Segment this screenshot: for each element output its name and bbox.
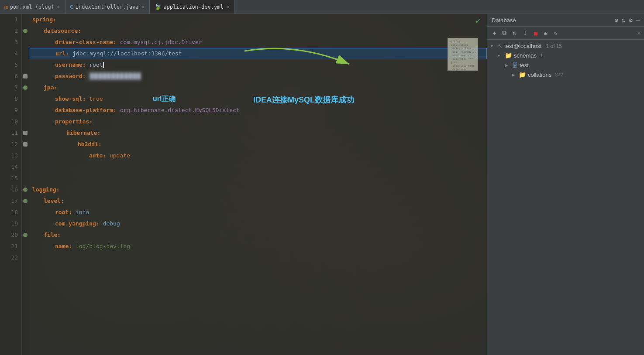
code-line-5: username: root bbox=[29, 59, 487, 71]
db-toolbar-refresh[interactable]: ↻ bbox=[511, 29, 518, 38]
code-line-10: properties: bbox=[29, 116, 487, 127]
db-toolbar-more[interactable]: » bbox=[637, 30, 641, 36]
code-line-8: show-sql: true bbox=[29, 93, 487, 105]
db-toolbar-export[interactable]: ⤓ bbox=[521, 29, 530, 38]
text-cursor bbox=[103, 62, 104, 68]
code-line-1: spring: bbox=[29, 14, 487, 25]
collations-count: 272 bbox=[555, 72, 563, 77]
controller-icon: C bbox=[70, 3, 73, 10]
db-panel-title: Database bbox=[492, 17, 516, 24]
db-tree-item-localhost[interactable]: ▾ ↖ test@localhost 1 of 15 bbox=[487, 41, 644, 51]
code-line-11: hibernate: bbox=[29, 127, 487, 139]
db-toolbar: + ⧉ ↻ ⤓ ■ ⊞ ✎ » bbox=[487, 27, 644, 40]
db-header: Database ⊕ ⇅ ⚙ — bbox=[487, 14, 644, 27]
tab-pom-close[interactable]: ✕ bbox=[56, 4, 61, 10]
tab-controller-close[interactable]: ✕ bbox=[141, 4, 145, 10]
code-line-22 bbox=[29, 252, 487, 263]
line-gutter bbox=[22, 14, 29, 355]
db-tree-item-schemas[interactable]: ▾ 📁 schemas 1 bbox=[487, 51, 644, 60]
db-toolbar-stop[interactable]: ■ bbox=[532, 29, 539, 38]
tab-pom-label: pom.xml (blog) bbox=[10, 4, 54, 10]
code-line-16: logging: bbox=[29, 184, 487, 195]
tab-controller-label: IndexController.java bbox=[76, 4, 139, 10]
code-line-20: file: bbox=[29, 229, 487, 241]
db-toolbar-add[interactable]: + bbox=[491, 29, 498, 38]
db-of-count: 1 of 15 bbox=[546, 43, 562, 49]
tab-bar: m pom.xml (blog) ✕ C IndexController.jav… bbox=[0, 0, 644, 14]
db-tree-item-test[interactable]: ▶ 🗄 test bbox=[487, 60, 644, 70]
db-toolbar-copy[interactable]: ⧉ bbox=[500, 28, 508, 38]
code-line-18: root: info bbox=[29, 207, 487, 218]
db-toolbar-edit[interactable]: ✎ bbox=[552, 29, 559, 38]
tree-arrow-collations: ▶ bbox=[512, 72, 517, 77]
test-db-icon: 🗄 bbox=[512, 61, 518, 68]
code-line-12: hb2ddl: bbox=[29, 139, 487, 150]
code-line-13: auto: update bbox=[29, 150, 487, 161]
code-line-19: com.yangping: debug bbox=[29, 218, 487, 229]
code-line-3: driver-class-name: com.mysql.cj.jdbc.Dri… bbox=[29, 37, 487, 48]
code-line-17: level: bbox=[29, 195, 487, 207]
db-header-icons: ⊕ ⇅ ⚙ — bbox=[614, 17, 640, 24]
code-line-6: password: ████████████ bbox=[29, 71, 487, 82]
tab-yml-label: application-dev.yml bbox=[163, 4, 223, 10]
pom-icon: m bbox=[4, 3, 8, 10]
db-localhost-label: test@localhost bbox=[504, 43, 541, 49]
line-numbers: 1 2 3 4 5 6 7 8 9 10 11 12 13 14 15 16 1… bbox=[0, 14, 22, 355]
collations-folder-icon: 📁 bbox=[519, 71, 526, 78]
tree-arrow-test: ▶ bbox=[505, 63, 510, 68]
code-line-4: url: jdbc:mysql://localhost:3306/test bbox=[29, 48, 487, 59]
test-label: test bbox=[520, 62, 529, 68]
tree-arrow-localhost: ▾ bbox=[491, 44, 496, 48]
db-split-icon[interactable]: ⇅ bbox=[622, 17, 625, 24]
code-line-14 bbox=[29, 161, 487, 173]
tab-yml[interactable]: 🍃 application-dev.yml ✕ bbox=[150, 0, 234, 14]
db-toolbar-table[interactable]: ⊞ bbox=[542, 29, 549, 38]
code-line-9: database-platform: org.hibernate.dialect… bbox=[29, 105, 487, 116]
tree-arrow-schemas: ▾ bbox=[498, 53, 503, 58]
code-editor: 1 2 3 4 5 6 7 8 9 10 11 12 13 14 15 16 1… bbox=[0, 14, 487, 355]
db-cursor-icon: ↖ bbox=[498, 43, 503, 49]
code-line-15 bbox=[29, 173, 487, 184]
database-panel: Database ⊕ ⇅ ⚙ — + ⧉ ↻ ⤓ ■ ⊞ ✎ » ▾ ↖ bbox=[487, 14, 644, 355]
tab-controller[interactable]: C IndexController.java ✕ bbox=[65, 0, 150, 14]
code-content[interactable]: spring: datasource: driver-class-name: c… bbox=[29, 14, 487, 355]
schemas-label: schemas bbox=[514, 52, 537, 59]
tab-pom[interactable]: m pom.xml (blog) ✕ bbox=[0, 0, 65, 14]
code-line-2: datasource: bbox=[29, 25, 487, 37]
db-tree: ▾ ↖ test@localhost 1 of 15 ▾ 📁 schemas 1… bbox=[487, 40, 644, 355]
code-line-21: name: log/blog-dev.log bbox=[29, 241, 487, 252]
schemas-count: 1 bbox=[540, 53, 543, 58]
tab-yml-close[interactable]: ✕ bbox=[226, 4, 230, 10]
collations-label: collations bbox=[528, 72, 551, 78]
editor-area: 1 2 3 4 5 6 7 8 9 10 11 12 13 14 15 16 1… bbox=[0, 14, 487, 355]
db-add-connection-icon[interactable]: ⊕ bbox=[614, 17, 618, 24]
db-tree-item-collations[interactable]: ▶ 📁 collations 272 bbox=[487, 70, 644, 79]
yml-icon: 🍃 bbox=[154, 3, 161, 10]
schemas-folder-icon: 📁 bbox=[505, 52, 512, 59]
db-settings-icon[interactable]: ⚙ bbox=[629, 17, 632, 24]
main-area: 1 2 3 4 5 6 7 8 9 10 11 12 13 14 15 16 1… bbox=[0, 14, 644, 355]
db-minimize-icon[interactable]: — bbox=[636, 17, 640, 24]
code-line-7: jpa: bbox=[29, 82, 487, 93]
